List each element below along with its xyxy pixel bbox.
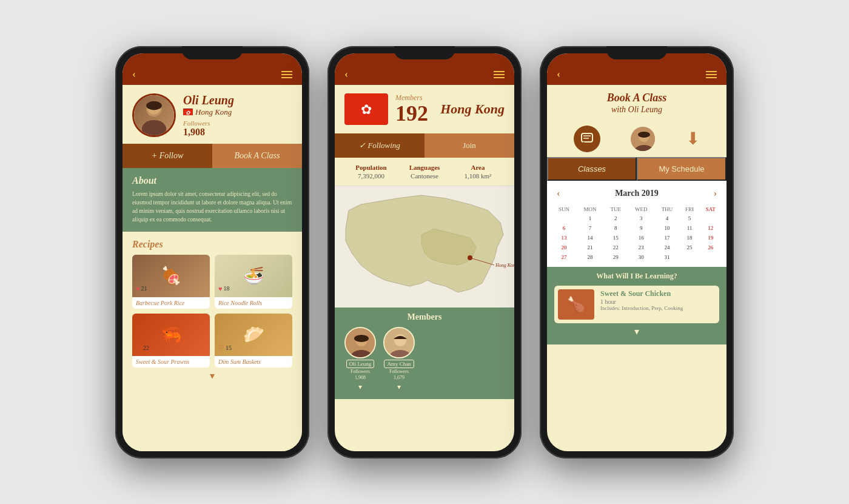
following-button[interactable]: ✓ Following	[335, 133, 424, 158]
country-header: ✿ Members 192 Hong Kong	[335, 85, 514, 133]
cal-cell[interactable]: 11	[680, 223, 700, 233]
members-list: Oli Leung Followers 1,908 ▾	[344, 327, 505, 394]
recipe-card-1[interactable]: 🍖 ♥ 21 Barbecue Pork Rice	[132, 255, 210, 309]
chat-icon[interactable]	[574, 126, 600, 152]
cal-cell[interactable]: 5	[680, 213, 700, 223]
cal-cell[interactable]: 8	[604, 223, 628, 233]
recipe-card-2[interactable]: 🍜 ♥ 18 Rice Noodle Rolls	[215, 255, 292, 309]
hk-flag-svg: ✿	[348, 96, 384, 123]
cal-cell	[552, 213, 576, 223]
svg-point-3	[146, 101, 162, 110]
cal-cell[interactable]: 26	[699, 243, 722, 252]
book-icons-row: ⬇	[547, 121, 727, 157]
cal-cell[interactable]: 27	[552, 252, 576, 262]
learning-item[interactable]: 🍗 Sweet & Sour Chicken 1 hour Includes: …	[554, 286, 719, 323]
content-scroll-1[interactable]: About Lorem ipsum dolor sit amet, consec…	[122, 168, 302, 451]
svg-point-25	[638, 132, 650, 138]
cal-cell[interactable]: 29	[604, 252, 628, 262]
cal-cell[interactable]: 4	[655, 213, 680, 223]
recipe-card-3[interactable]: 🦐 ♡ 22 Sweet & Sour Prawns	[132, 314, 210, 368]
country-stats: Members 192	[395, 93, 433, 124]
stat-label-pop: Population	[344, 164, 398, 171]
phone-3-notch	[606, 46, 667, 59]
cal-cell[interactable]: 25	[680, 243, 700, 252]
map-area: Hong Kong	[335, 186, 514, 307]
learning-info: Sweet & Sour Chicken 1 hour Includes: In…	[600, 289, 683, 311]
map-svg: Hong Kong	[335, 186, 514, 307]
tab-classes[interactable]: Classes	[547, 157, 637, 181]
back-icon-3[interactable]: ‹	[557, 68, 560, 81]
avatar-placeholder	[134, 95, 174, 135]
cal-header-sat: SAT	[699, 205, 722, 213]
member-card-2[interactable]: Amy Chan Followers 1,679 ▾	[383, 327, 415, 394]
stat-languages: Languages Cantonese	[398, 164, 451, 180]
tab-schedule[interactable]: My Schedule	[637, 157, 727, 181]
back-icon-2[interactable]: ‹	[344, 68, 348, 81]
cal-cell[interactable]: 3	[628, 213, 655, 223]
join-button[interactable]: Join	[424, 133, 514, 158]
scroll-indicator-3: ▾	[554, 323, 719, 340]
cal-cell[interactable]: 10	[655, 223, 680, 233]
cal-cell[interactable]: 17	[655, 233, 680, 243]
cal-header-thu: THU	[655, 205, 680, 213]
download-icon[interactable]: ⬇	[686, 129, 700, 149]
stat-label-area: Area	[451, 164, 505, 171]
recipe-likes-2: ♥ 18	[218, 285, 230, 292]
follow-button[interactable]: + Follow	[122, 144, 212, 168]
cal-cell[interactable]: 14	[576, 233, 604, 243]
cal-cell[interactable]	[699, 213, 722, 223]
member-followers-2: 1,679	[394, 375, 404, 380]
heart-icon-1: ♥	[136, 285, 140, 292]
cal-cell[interactable]: 30	[628, 252, 655, 262]
menu-icon-3[interactable]	[706, 71, 717, 78]
phone-3-inner: ‹ Book A Class with Oli Leung	[547, 53, 727, 451]
back-icon-1[interactable]: ‹	[132, 68, 136, 81]
learning-item-name: Sweet & Sour Chicken	[600, 289, 683, 298]
cal-cell[interactable]: 7	[576, 223, 604, 233]
cal-cell[interactable]: 31	[655, 252, 680, 262]
cal-next[interactable]: ›	[714, 188, 717, 199]
menu-icon-2[interactable]	[494, 71, 505, 78]
cal-cell[interactable]: 24	[655, 243, 680, 252]
heart-icon-3: ♡	[136, 344, 142, 352]
members-section: Members Oli Leung Followers	[335, 307, 514, 399]
member-avatar-2	[383, 327, 415, 358]
recipe-likes-3: ♡ 22	[136, 344, 149, 352]
cal-cell[interactable]: 2	[604, 213, 628, 223]
cal-cell[interactable]: 9	[628, 223, 655, 233]
book-subtitle: with Oli Leung	[557, 105, 717, 115]
cal-cell[interactable]: 18	[680, 233, 700, 243]
stat-value-area: 1,108 km²	[451, 172, 505, 180]
svg-text:Hong Kong: Hong Kong	[495, 263, 514, 268]
member-name-1: Oli Leung	[346, 360, 375, 368]
cal-cell[interactable]: 22	[604, 243, 628, 252]
cal-cell[interactable]: 16	[628, 233, 655, 243]
members-section-title: Members	[344, 312, 505, 322]
recipe-card-4[interactable]: 🥟 ♡ 15 Dim Sum Baskets	[215, 314, 292, 368]
book-class-button[interactable]: Book A Class	[212, 144, 302, 168]
stat-population: Population 7,392,000	[344, 164, 398, 180]
cal-cell[interactable]: 23	[628, 243, 655, 252]
cal-header-sun: SUN	[552, 205, 576, 213]
cal-cell[interactable]: 15	[604, 233, 628, 243]
member-card-1[interactable]: Oli Leung Followers 1,908 ▾	[344, 327, 376, 394]
members-count: 192	[395, 102, 433, 124]
cal-prev[interactable]: ‹	[557, 188, 560, 199]
cal-header-wed: WED	[628, 205, 655, 213]
calendar-grid: SUN MON TUE WED THU FRI SAT 1	[552, 205, 722, 262]
menu-icon-1[interactable]	[281, 71, 292, 78]
svg-rect-19	[582, 133, 592, 142]
stat-value-pop: 7,392,000	[344, 172, 398, 180]
phones-container: ‹ Ol	[0, 34, 849, 471]
cal-cell[interactable]: 20	[552, 243, 576, 252]
phone-2: ‹ ✿ Members 192	[327, 46, 522, 459]
cal-cell[interactable]: 13	[552, 233, 576, 243]
cal-month: March 2019	[615, 189, 659, 198]
cal-cell[interactable]: 19	[699, 233, 722, 243]
cal-cell[interactable]: 6	[552, 223, 576, 233]
cal-cell[interactable]: 1	[576, 213, 604, 223]
cal-cell[interactable]: 21	[576, 243, 604, 252]
cal-header-mon: MON	[576, 205, 604, 213]
cal-cell[interactable]: 12	[699, 223, 722, 233]
cal-cell[interactable]: 28	[576, 252, 604, 262]
